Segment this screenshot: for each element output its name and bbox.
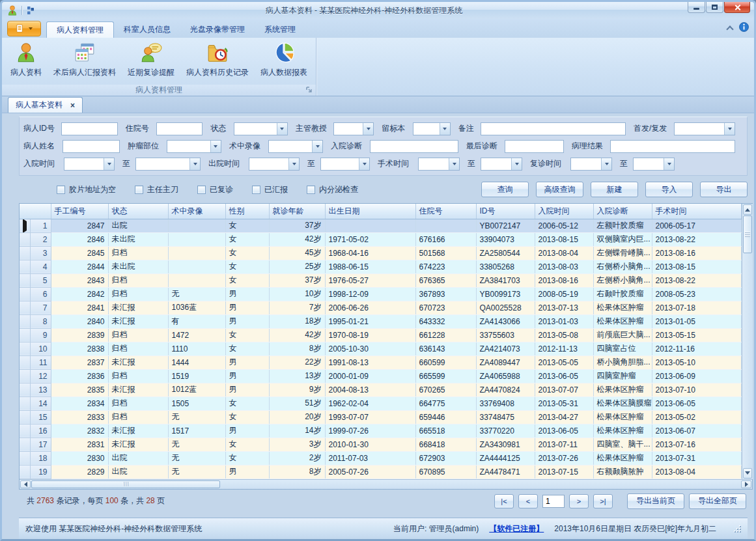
- filter-combo[interactable]: [418, 158, 460, 171]
- combo-dropdown-button[interactable]: [104, 158, 114, 170]
- table-row[interactable]: 32845归档女45岁1968-04-16501568ZA25805442013…: [20, 246, 741, 260]
- checkbox-5[interactable]: 内分泌检查: [307, 184, 358, 195]
- filter-combo[interactable]: [268, 140, 323, 153]
- ribbon-button-4[interactable]: 病人资料历史记录: [180, 39, 255, 85]
- column-header[interactable]: 住院号: [415, 204, 476, 219]
- resize-grip[interactable]: [733, 525, 741, 533]
- checkbox-box[interactable]: [135, 186, 143, 194]
- combo-dropdown-button[interactable]: [511, 158, 522, 170]
- column-header[interactable]: 入院诊断: [593, 204, 652, 219]
- filter-combo[interactable]: [570, 158, 612, 171]
- table-row[interactable]: 92839归档1472女42岁1970-08-19661228337556032…: [20, 328, 741, 342]
- checkbox-box[interactable]: [57, 186, 65, 194]
- table-row[interactable]: 72841未汇报1036蓝男7岁2006-06-26670723QA002552…: [20, 301, 741, 314]
- combo-dropdown-button[interactable]: [601, 158, 611, 170]
- filter-combo[interactable]: [674, 122, 735, 135]
- checkbox-box[interactable]: [252, 186, 260, 194]
- filter-combo[interactable]: [633, 158, 675, 171]
- filter-combo[interactable]: [167, 140, 221, 153]
- table-row[interactable]: 52843归档女37岁1976-05-27676365ZA38417032013…: [20, 273, 741, 287]
- ribbon-button-1[interactable]: 病人资料: [5, 39, 48, 85]
- column-header[interactable]: 性别: [225, 204, 269, 219]
- combo-dropdown-button[interactable]: [359, 158, 369, 170]
- ribbon-tab-3[interactable]: 光盘录像带管理: [180, 21, 255, 38]
- combo-dropdown-button[interactable]: [189, 158, 200, 170]
- checkbox-box[interactable]: [197, 186, 206, 194]
- export-button[interactable]: 导出: [700, 182, 748, 197]
- filter-input[interactable]: [505, 140, 563, 153]
- checkbox-2[interactable]: 主任主刀: [135, 184, 178, 195]
- checkbox-3[interactable]: 已复诊: [197, 184, 233, 195]
- table-row[interactable]: 162832未汇报1517男14岁1999-07-266655183377022…: [20, 424, 741, 437]
- filter-combo[interactable]: [234, 122, 288, 135]
- export-all-pages-button[interactable]: 导出全部页: [689, 493, 746, 509]
- scroll-left-button[interactable]: [20, 480, 31, 488]
- horizontal-scrollbar-thumb[interactable]: [31, 480, 220, 488]
- minimize-button[interactable]: [688, 2, 705, 13]
- combo-dropdown-button[interactable]: [724, 123, 735, 135]
- table-row[interactable]: 42844未出院女25岁1988-06-15674223338052682013…: [20, 260, 741, 273]
- vertical-scrollbar[interactable]: [742, 204, 753, 479]
- filter-combo[interactable]: [249, 158, 300, 171]
- scroll-down-button[interactable]: [743, 468, 752, 479]
- ribbon-button-3[interactable]: 近期复诊提醒: [122, 39, 180, 85]
- filter-combo[interactable]: [320, 158, 370, 171]
- column-header[interactable]: 就诊年龄: [269, 204, 325, 219]
- combo-dropdown-button[interactable]: [664, 158, 674, 170]
- ribbon-button-2[interactable]: 术后病人汇报资料: [48, 39, 122, 85]
- filter-combo[interactable]: [64, 158, 115, 171]
- combo-dropdown-button[interactable]: [277, 123, 287, 135]
- collapse-ribbon-icon[interactable]: [726, 25, 733, 33]
- table-row[interactable]: 182830出院无女2岁2011-07-03672903ZA4444125201…: [20, 451, 741, 465]
- table-row[interactable]: 172831未汇报无女3岁2010-01-30668418ZA343098120…: [20, 437, 741, 451]
- filter-input[interactable]: [481, 122, 626, 135]
- checkbox-1[interactable]: 胶片地址为空: [57, 184, 116, 195]
- filter-input[interactable]: [370, 140, 458, 153]
- checkbox-box[interactable]: [307, 186, 315, 194]
- layout-grid-icon[interactable]: [25, 5, 36, 16]
- column-header[interactable]: 术中录像: [168, 204, 225, 219]
- table-row[interactable]: 132835未汇报1012蓝男9岁2004-08-13670265ZA44708…: [20, 383, 741, 396]
- prev-page-button[interactable]: <: [518, 494, 538, 508]
- app-logo-person-icon[interactable]: [7, 5, 18, 16]
- ribbon-tab-4[interactable]: 系统管理: [255, 21, 305, 38]
- table-row[interactable]: 112837未汇报1444男22岁1991-08-13660599ZA40894…: [20, 355, 741, 369]
- ribbon-button-5[interactable]: 病人数据报表: [255, 39, 313, 85]
- horizontal-scrollbar[interactable]: [20, 479, 752, 489]
- combo-dropdown-button[interactable]: [363, 123, 373, 135]
- filter-combo[interactable]: [333, 122, 374, 135]
- import-button[interactable]: 导入: [645, 182, 693, 197]
- ribbon-tab-1[interactable]: 病人资料管理: [46, 21, 114, 38]
- first-page-button[interactable]: |<: [494, 494, 514, 508]
- vertical-scrollbar-thumb[interactable]: [743, 215, 752, 253]
- table-row[interactable]: 12847出院女37岁YB00721472006-05-12左额叶胶质瘤2006…: [20, 219, 741, 232]
- combo-dropdown-button[interactable]: [210, 141, 221, 152]
- scroll-up-button[interactable]: [743, 204, 752, 215]
- table-row[interactable]: 102838归档1110女8岁2005-10-30636143ZA4214073…: [20, 342, 741, 355]
- export-current-page-button[interactable]: 导出当前页: [627, 493, 684, 509]
- filter-input[interactable]: [156, 122, 203, 135]
- table-row[interactable]: 122836归档1519男13岁2000-01-09665599ZA406598…: [20, 369, 741, 383]
- dialog-launcher-icon[interactable]: [305, 86, 313, 94]
- column-header[interactable]: ID号: [476, 204, 535, 219]
- new-button[interactable]: 新建: [591, 182, 638, 197]
- filter-input[interactable]: [61, 122, 117, 135]
- column-header[interactable]: 状态: [108, 204, 168, 219]
- ribbon-tab-2[interactable]: 科室人员信息: [114, 21, 180, 38]
- combo-dropdown-button[interactable]: [440, 123, 450, 135]
- application-menu-button[interactable]: [7, 21, 41, 36]
- filter-combo[interactable]: [413, 122, 451, 135]
- column-header[interactable]: 手术时间: [652, 204, 741, 219]
- filter-combo[interactable]: [481, 158, 522, 171]
- page-number-input[interactable]: [542, 495, 565, 508]
- combo-dropdown-button[interactable]: [288, 158, 299, 170]
- tab-patient-basic-info[interactable]: 病人基本资料 ×: [8, 97, 83, 113]
- scroll-right-button[interactable]: [741, 480, 751, 488]
- table-row[interactable]: 82840未汇报有男18岁1995-01-21643332ZA414306620…: [20, 314, 741, 328]
- license-status-link[interactable]: 【软件已注册】: [489, 523, 544, 534]
- tab-close-icon[interactable]: ×: [70, 102, 75, 109]
- table-row[interactable]: 22846未出院女42岁1971-05-02676166339040732013…: [20, 232, 741, 246]
- table-row[interactable]: 192829出院无男8岁2005-07-26670895ZA4478471201…: [20, 465, 741, 479]
- column-header[interactable]: 手工编号: [51, 204, 108, 219]
- table-row[interactable]: 142834归档1505女51岁1962-02-0466477533769408…: [20, 396, 741, 410]
